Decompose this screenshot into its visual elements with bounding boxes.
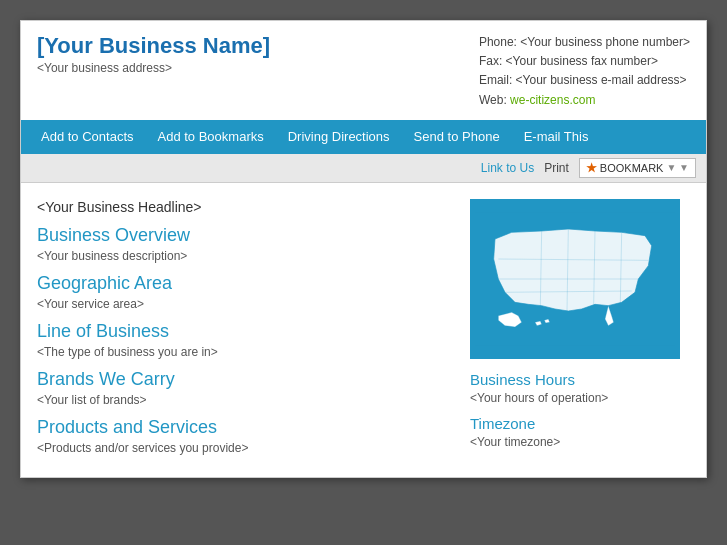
- email-line: Email: <Your business e-mail address>: [479, 71, 690, 90]
- overview-title: Business Overview: [37, 225, 450, 246]
- lob-title: Line of Business: [37, 321, 450, 342]
- map-container: [470, 199, 680, 359]
- phone-label: Phone:: [479, 35, 517, 49]
- main-content: <Your Business Headline> Business Overvi…: [21, 183, 706, 477]
- nav-driving-directions[interactable]: Driving Directions: [276, 120, 402, 154]
- nav-bar: Add to Contacts Add to Bookmarks Driving…: [21, 120, 706, 154]
- overview-desc: <Your business description>: [37, 249, 450, 263]
- products-title: Products and Services: [37, 417, 450, 438]
- business-address: <Your business address>: [37, 61, 270, 75]
- hours-desc: <Your hours of operation>: [470, 391, 690, 405]
- header-right: Phone: <Your business phone number> Fax:…: [479, 33, 690, 110]
- web-value[interactable]: we-citizens.com: [510, 93, 595, 107]
- nav-add-contacts[interactable]: Add to Contacts: [29, 120, 146, 154]
- brands-desc: <Your list of brands>: [37, 393, 450, 407]
- fax-label: Fax:: [479, 54, 502, 68]
- bookmark-label: BOOKMARK: [600, 162, 664, 174]
- web-line: Web: we-citizens.com: [479, 91, 690, 110]
- lob-desc: <The type of business you are in>: [37, 345, 450, 359]
- business-headline: <Your Business Headline>: [37, 199, 450, 215]
- brands-title: Brands We Carry: [37, 369, 450, 390]
- phone-line: Phone: <Your business phone number>: [479, 33, 690, 52]
- nav-send-to-phone[interactable]: Send to Phone: [402, 120, 512, 154]
- fax-line: Fax: <Your business fax number>: [479, 52, 690, 71]
- email-label: Email:: [479, 73, 512, 87]
- bookmark-button[interactable]: ★ BOOKMARK ▼ ▼: [579, 158, 696, 178]
- content-left: <Your Business Headline> Business Overvi…: [37, 199, 470, 461]
- bookmark-icons-extra: ▼ ▼: [666, 162, 689, 173]
- sub-bar: Link to Us Print ★ BOOKMARK ▼ ▼: [21, 154, 706, 183]
- geo-title: Geographic Area: [37, 273, 450, 294]
- timezone-desc: <Your timezone>: [470, 435, 690, 449]
- business-name: [Your Business Name]: [37, 33, 270, 59]
- header: [Your Business Name] <Your business addr…: [21, 21, 706, 120]
- phone-value: <Your business phone number>: [520, 35, 690, 49]
- geo-desc: <Your service area>: [37, 297, 450, 311]
- products-desc: <Products and/or services you provide>: [37, 441, 450, 455]
- hours-title: Business Hours: [470, 371, 690, 388]
- us-map: [475, 204, 675, 354]
- page-wrapper: [Your Business Name] <Your business addr…: [20, 20, 707, 478]
- link-to-us[interactable]: Link to Us: [481, 161, 534, 175]
- header-left: [Your Business Name] <Your business addr…: [37, 33, 270, 110]
- nav-email-this[interactable]: E-mail This: [512, 120, 601, 154]
- email-value: <Your business e-mail address>: [516, 73, 687, 87]
- content-right: Business Hours <Your hours of operation>…: [470, 199, 690, 461]
- nav-add-bookmarks[interactable]: Add to Bookmarks: [146, 120, 276, 154]
- web-label: Web:: [479, 93, 507, 107]
- timezone-title: Timezone: [470, 415, 690, 432]
- bookmark-icon: ★: [586, 161, 597, 175]
- print-link[interactable]: Print: [544, 161, 569, 175]
- fax-value: <Your business fax number>: [506, 54, 658, 68]
